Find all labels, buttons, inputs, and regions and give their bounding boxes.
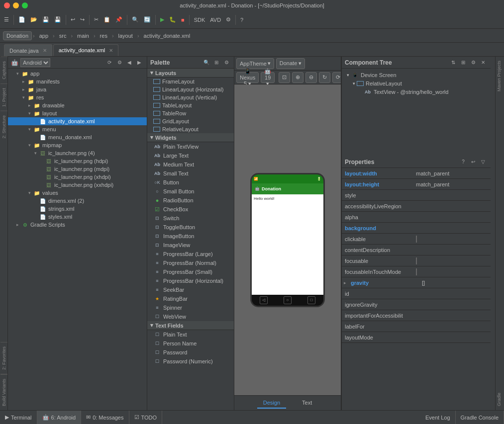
gear-btn[interactable]: ⚙ [115, 58, 124, 67]
tree-item-ic-launcher-mdpi[interactable]: 🖼 ic_launcher.png (mdpi) [8, 165, 147, 173]
clickable-checkbox[interactable] [416, 236, 417, 243]
canvas-tab-design[interactable]: Design [257, 398, 286, 409]
build-variants-tab[interactable]: Build Variants [0, 374, 7, 410]
captures-tab[interactable]: Captures [0, 57, 7, 84]
prop-row-id[interactable]: id [342, 288, 491, 299]
api-selector-btn[interactable]: 🤖 19 ▾ [261, 72, 275, 83]
tree-item-dimens[interactable]: 📄 dimens.xml (2) [8, 197, 147, 205]
palette-item-large-text[interactable]: Ab Large Text [147, 151, 234, 160]
palette-item-radiobutton[interactable]: ● RadioButton [147, 196, 234, 205]
toolbar-run-btn[interactable]: ▶ [158, 13, 166, 26]
palette-section-layouts[interactable]: ▾ Layouts [147, 69, 234, 78]
tab-donate-java[interactable]: Donate.java ✕ [4, 44, 52, 56]
palette-item-plain-textview[interactable]: Ab Plain TextView [147, 142, 234, 151]
ct-item-textview[interactable]: Ab TextView - @string/hello_world [342, 87, 491, 96]
tree-item-activity-donate[interactable]: 📄 activity_donate.xml [8, 117, 147, 125]
tree-item-drawable[interactable]: ▸ 📁 drawable [8, 101, 147, 109]
close-button[interactable] [4, 2, 10, 8]
palette-item-medium-text[interactable]: Ab Medium Text [147, 160, 234, 169]
rotate-btn[interactable]: ↻ [319, 72, 330, 83]
maven-projects-tab[interactable]: Maven Projects [497, 59, 503, 93]
prop-row-accessibilityLiveRegion[interactable]: accessibilityLiveRegion [342, 201, 491, 212]
prop-row-layoutMode[interactable]: layoutMode [342, 332, 491, 343]
favorites-tab[interactable]: 2: Favorites [0, 342, 7, 374]
prop-row-ignoreGravity[interactable]: ignoreGravity [342, 299, 491, 310]
zoom-fit-btn[interactable]: ⊡ [279, 72, 290, 83]
tree-item-app[interactable]: ▾ 📁 app [8, 70, 147, 78]
toolbar-stop-btn[interactable]: ■ [179, 13, 187, 26]
palette-item-progressbar-normal[interactable]: ≡ ProgressBar (Normal) [147, 258, 234, 267]
terminal-panel-btn[interactable]: ▶ Terminal [0, 411, 37, 424]
tree-item-styles[interactable]: 📄 styles.xml [8, 213, 147, 221]
tree-item-menu[interactable]: ▾ 📁 menu [8, 125, 147, 133]
toolbar-settings-btn[interactable]: ⚙ [224, 13, 233, 26]
ct-close-btn[interactable]: ✕ [479, 58, 488, 67]
ct-settings-btn[interactable]: ⚙ [469, 58, 478, 67]
toolbar-replace-btn[interactable]: 🔄 [142, 13, 153, 26]
palette-item-framelayout[interactable]: FrameLayout [147, 78, 234, 85]
palette-item-button[interactable]: ○K Button [147, 178, 234, 187]
prop-row-importantForAccessibilit[interactable]: importantForAccessibilit [342, 310, 491, 321]
palette-item-small-text[interactable]: Ab Small Text [147, 169, 234, 178]
breadcrumb-src[interactable]: src [56, 31, 70, 40]
focusable-checkbox[interactable] [416, 257, 417, 264]
project-tab[interactable]: 1: Project [0, 84, 7, 111]
tree-item-ic-launcher-hdpi[interactable]: 🖼 ic_launcher.png (hdpi) [8, 157, 147, 165]
donate-activity-btn[interactable]: Donate ▾ [276, 58, 305, 69]
palette-item-togglebutton[interactable]: ⊡ ToggleButton [147, 223, 234, 232]
palette-layout-btn[interactable]: ⊞ [212, 58, 221, 67]
palette-settings-btn[interactable]: ⚙ [222, 58, 231, 67]
tree-item-ic-launcher-xxhdpi[interactable]: 🖼 ic_launcher.png (xxhdpi) [8, 181, 147, 189]
todo-panel-btn[interactable]: ☑ TODO [129, 411, 163, 424]
toolbar-save-btn[interactable]: 💾 [40, 13, 51, 26]
prop-row-background[interactable]: background [342, 223, 491, 234]
tree-item-menu-donate[interactable]: 📄 menu_donate.xml [8, 133, 147, 141]
canvas-tab-text[interactable]: Text [296, 398, 318, 409]
toolbar-cut-btn[interactable]: ✂ [92, 13, 101, 26]
toolbar-help-btn[interactable]: ? [238, 13, 245, 26]
expand-btn[interactable]: ▶ [135, 58, 144, 67]
tree-item-java[interactable]: ▸ 📁 java [8, 85, 147, 93]
palette-item-small-button[interactable]: ○ Small Button [147, 187, 234, 196]
palette-item-progressbar-small[interactable]: ≡ ProgressBar (Small) [147, 267, 234, 276]
tree-item-res[interactable]: ▾ 📁 res [8, 93, 147, 101]
toolbar-undo-btn[interactable]: ↩ [69, 13, 77, 26]
zoom-out-btn[interactable]: ⊖ [305, 72, 317, 83]
ct-item-relativelayout[interactable]: ▾ RelativeLayout [342, 80, 491, 87]
prop-row-layout-width[interactable]: layout:width match_parent [342, 168, 491, 179]
prop-row-focusableInTouchMode[interactable]: focusableInTouchMode [342, 266, 491, 277]
breadcrumb-res[interactable]: res [97, 31, 111, 40]
toolbar-new-btn[interactable]: 📄 [16, 13, 27, 26]
prop-row-alpha[interactable]: alpha [342, 212, 491, 223]
palette-item-linearlayout-v[interactable]: LinearLayout (Vertical) [147, 93, 234, 101]
tree-item-values[interactable]: ▾ 📁 values [8, 189, 147, 197]
apptheme-btn[interactable]: AppTheme ▾ [236, 58, 274, 69]
collapse-btn[interactable]: ◀ [125, 58, 134, 67]
toolbar-debug-btn[interactable]: 🐛 [167, 13, 178, 26]
palette-search-btn[interactable]: 🔍 [202, 58, 211, 67]
palette-item-spinner[interactable]: ≡ Spinner [147, 303, 234, 312]
gradle-console-btn[interactable]: Gradle Console [456, 411, 504, 424]
toolbar-find-btn[interactable]: 🔍 [130, 13, 141, 26]
android-panel-btn[interactable]: 🤖 6: Android [37, 411, 82, 424]
tab-activity-donate-xml[interactable]: activity_donate.xml ✕ [53, 44, 119, 56]
breadcrumb-main[interactable]: main [74, 31, 93, 40]
tree-item-ic-launcher-group[interactable]: ▾ 🖼 ic_launcher.png (4) [8, 149, 147, 157]
minimize-button[interactable] [13, 2, 19, 8]
palette-item-linearlayout-h[interactable]: LinearLayout (Horizontal) [147, 85, 234, 93]
palette-item-tablerow[interactable]: TableRow [147, 109, 234, 117]
device-selector-btn[interactable]: 📱 Nexus 5 ▾ [236, 72, 259, 83]
messages-panel-btn[interactable]: ✉ 0: Messages [81, 411, 129, 424]
breadcrumb-app[interactable]: app [36, 31, 52, 40]
refresh-btn[interactable]: ⟳ [332, 72, 341, 83]
window-controls[interactable] [4, 2, 28, 8]
ct-layout-btn[interactable]: ⊞ [459, 58, 468, 67]
ct-sort-btn[interactable]: ⇅ [449, 58, 458, 67]
tree-item-mipmap[interactable]: ▾ 📁 mipmap [8, 141, 147, 149]
palette-item-plain-text[interactable]: ☐ Plain Text [147, 330, 234, 339]
prop-row-labelFor[interactable]: labelFor [342, 321, 491, 332]
palette-item-progressbar-horiz[interactable]: ≡ ProgressBar (Horizontal) [147, 276, 234, 285]
toolbar-save-all-btn[interactable]: 💾 [52, 13, 63, 26]
prop-row-style[interactable]: style [342, 190, 491, 201]
prop-row-contentDescription[interactable]: contentDescription [342, 245, 491, 255]
